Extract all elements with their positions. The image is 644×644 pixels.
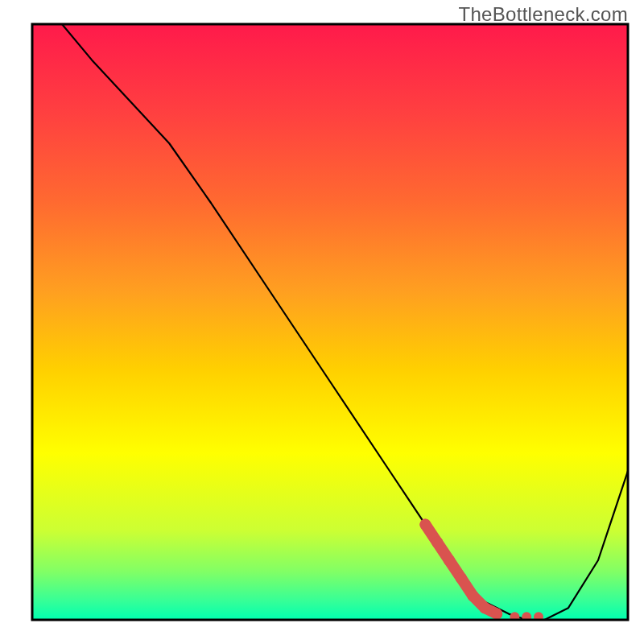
gradient-background xyxy=(32,24,628,620)
chart-container: TheBottleneck.com xyxy=(0,0,644,644)
watermark-label: TheBottleneck.com xyxy=(458,3,628,26)
highlight-dot xyxy=(491,609,502,620)
bottleneck-chart xyxy=(0,0,644,644)
